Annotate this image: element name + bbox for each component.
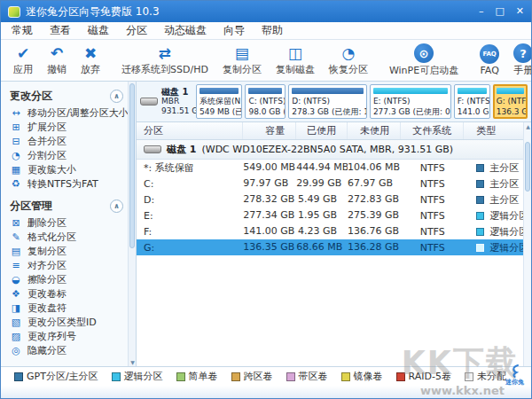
sidebar-item-wipe[interactable]: ◒ 擦除分区 [10, 272, 123, 286]
menu-wizard[interactable]: 向导 [223, 23, 245, 38]
copy-icon: ▤ [10, 246, 22, 257]
table-row-d[interactable]: D: 278.32 GB 5.49 GB 272.83 GB NTFS 主分区 [137, 192, 531, 207]
section-check-partition: 检查分区 ∧ [10, 363, 123, 366]
table-scrollbar-thumb[interactable] [525, 142, 530, 192]
menu-partition[interactable]: 分区 [126, 23, 147, 38]
disk-map-block-g-selected[interactable]: G: (NTFS) 136.3 GB [493, 84, 528, 119]
cluster-size-icon: ▦ [10, 164, 22, 176]
manual-button[interactable]: ? 手册 [506, 42, 532, 79]
menu-bar: 常规 查看 磁盘 分区 动态磁盘 向导 帮助 [1, 22, 531, 40]
sidebar-item-extend[interactable]: ⊞ 扩展分区 [10, 120, 123, 134]
legend-swatch [231, 372, 240, 381]
table-scrollbar[interactable]: ▲ [523, 122, 531, 366]
winpe-icon: ⊙ [414, 43, 434, 63]
window-title: 迷你兔分区向导免费版 10.3 [26, 4, 160, 20]
sidebar-item-delete[interactable]: ⊠ 删除分区 [10, 215, 123, 230]
legend-logical: 逻辑分区 [112, 370, 163, 383]
sidebar-item-change-type-id[interactable]: ▧ 更改分区类型ID [10, 315, 123, 329]
sidebar-item-format[interactable]: ✎ 格式化分区 [10, 230, 123, 244]
col-unused[interactable]: 未使用 [348, 122, 401, 139]
legend-bar: GPT分区/主分区 逻辑分区 简单卷 跨区卷 带区卷 镜像卷 RAID-5卷 未… [1, 366, 531, 386]
convert-icon: ♻ [10, 178, 22, 190]
apply-button[interactable]: ✔ 应用 [6, 42, 40, 79]
col-capacity[interactable]: 容量 [243, 122, 296, 139]
recover-partition-button[interactable]: ◔ 恢复分区 [322, 42, 375, 79]
legend-gpt-primary: GPT分区/主分区 [14, 370, 98, 383]
legend-swatch [112, 372, 121, 381]
serial-icon: ▨ [10, 331, 22, 342]
close-button[interactable]: ✕ [516, 1, 524, 22]
disk-map-block-d[interactable]: D: (NTFS) 278.3 GB (已使用: 1%) [288, 84, 367, 119]
sidebar-item-change-label[interactable]: ❖ 更改卷标 [10, 286, 123, 301]
menu-disk[interactable]: 磁盘 [88, 23, 109, 38]
main-panel: 磁盘 1 MBR 931.51 GB 系统保留(N: 549 MB (已 C: … [137, 82, 531, 366]
menu-dynamic-disk[interactable]: 动态磁盘 [164, 23, 207, 38]
partition-color-bar [458, 88, 487, 94]
legend-unallocated: 未分配 [465, 370, 506, 383]
sidebar-item-change-drive-letter[interactable]: ◨ 更改盘符 [10, 301, 123, 315]
copy-partition-button[interactable]: ▤ 复制分区 [215, 42, 269, 79]
logical-partition-swatch [476, 228, 484, 236]
table-row-system-reserved[interactable]: *: 系统保留 549.00 MB 444.94 MB 104.06 MB NT… [137, 160, 531, 176]
split-icon: ◔ [10, 150, 22, 161]
sidebar-item-split[interactable]: ◔ 分割分区 [10, 148, 123, 162]
scrollbar-down-icon[interactable]: ▼ [129, 359, 137, 365]
faq-icon: FAQ [480, 44, 499, 64]
scrollbar-up-icon[interactable]: ▲ [524, 123, 532, 129]
disk-map-block-e[interactable]: E: (NTFS) 277.3 GB (已使用: 0%) [370, 84, 451, 119]
legend-raid5-volume: RAID-5卷 [396, 370, 451, 383]
sidebar-scrollbar-thumb[interactable] [129, 83, 135, 248]
collapse-icon[interactable]: ∧ [110, 200, 123, 213]
copy-partition-icon: ▤ [235, 45, 249, 62]
table-row-e[interactable]: E: 277.34 GB 1.95 GB 275.39 GB NTFS 逻辑分区 [137, 207, 531, 223]
sidebar-item-merge[interactable]: ⊟ 合并分区 [10, 134, 123, 148]
maximize-button[interactable]: □ [495, 1, 504, 22]
undo-button[interactable]: ↶ 撤销 [40, 42, 74, 79]
extend-icon: ⊞ [10, 121, 22, 133]
minimize-button[interactable]: – [479, 1, 484, 22]
wipe-icon: ◒ [10, 274, 22, 286]
col-partition[interactable]: 分区 [137, 122, 243, 139]
collapse-icon[interactable]: ∧ [110, 90, 123, 103]
logical-partition-swatch [476, 244, 484, 252]
copy-disk-button[interactable]: ◫ 复制磁盘 [269, 42, 322, 79]
sidebar-item-move-resize[interactable]: ↔ 移动分区/调整分区大小 [10, 106, 123, 120]
col-used[interactable]: 已使用 [296, 122, 348, 139]
col-filesystem[interactable]: 文件系统 [401, 122, 464, 139]
sidebar-item-change-serial[interactable]: ▨ 更改序列号 [10, 329, 123, 343]
logical-partition-swatch [476, 212, 484, 220]
col-type[interactable]: 类型 [464, 122, 531, 139]
sidebar-item-change-cluster-size[interactable]: ▦ 更改簇大小 [10, 162, 123, 176]
pencil-icon: ✎ [10, 231, 22, 243]
sidebar-item-copy-partition[interactable]: ▤ 复制分区 [10, 244, 123, 258]
table-row-g-selected[interactable]: G: 136.35 GB 68.66 MB 136.28 GB NTFS 逻辑分… [137, 239, 531, 255]
collapse-icon[interactable]: ∧ [110, 366, 123, 367]
menu-general[interactable]: 常规 [12, 23, 33, 38]
sidebar-item-align[interactable]: ≡ 对齐分区 [10, 258, 123, 272]
hard-drive-icon [144, 145, 161, 153]
disk-map-block-f[interactable]: F: (NTFS) 141.0 GB ( [454, 84, 490, 119]
sidebar-item-convert-ntfs-fat[interactable]: ♻ 转换NTFS为FAT [10, 176, 123, 191]
sidebar: 更改分区 ∧ ↔ 移动分区/调整分区大小 ⊞ 扩展分区 ⊟ 合并分区 ◔ 分割分… [1, 82, 137, 366]
section-partition-management: 分区管理 ∧ [10, 196, 123, 215]
recover-partition-icon: ◔ [341, 45, 355, 62]
sidebar-item-hide[interactable]: ◎ 隐藏分区 [10, 343, 123, 357]
primary-partition-swatch [476, 180, 484, 188]
migrate-os-button[interactable]: ⇄ 迁移系统到SSD/HD [114, 42, 215, 79]
legend-swatch [286, 372, 295, 381]
menu-view[interactable]: 查看 [50, 23, 71, 38]
bottom-frame [1, 386, 531, 398]
table-row-c[interactable]: C: 97.97 GB 29.99 GB 67.97 GB NTFS 主分区 [137, 176, 531, 192]
menu-help[interactable]: 帮助 [262, 23, 283, 38]
faq-button[interactable]: FAQ FAQ [473, 42, 506, 79]
undo-icon: ↶ [51, 45, 63, 62]
discard-button[interactable]: ✖ 放弃 [74, 42, 107, 79]
table-row-f[interactable]: F: 141.00 GB 4.23 GB 136.76 GB NTFS 逻辑分区 [137, 223, 531, 239]
sidebar-scrollbar[interactable]: ▼ [128, 82, 136, 366]
title-bar: 迷你兔分区向导免费版 10.3 – □ ✕ [1, 1, 531, 22]
winpe-bootable-button[interactable]: ⊙ WinPE可启动盘 [382, 42, 466, 79]
disk-group-row[interactable]: 磁盘 1 (WDC WD10EZEX-22BN5A0 SATA, MBR, 93… [137, 140, 531, 160]
disk-map-block-system-reserved[interactable]: 系统保留(N: 549 MB (已 [196, 84, 242, 119]
hard-drive-icon [140, 98, 158, 106]
disk-map-block-c[interactable]: C: (NTFS) 98.0 GB (已 [245, 84, 286, 119]
